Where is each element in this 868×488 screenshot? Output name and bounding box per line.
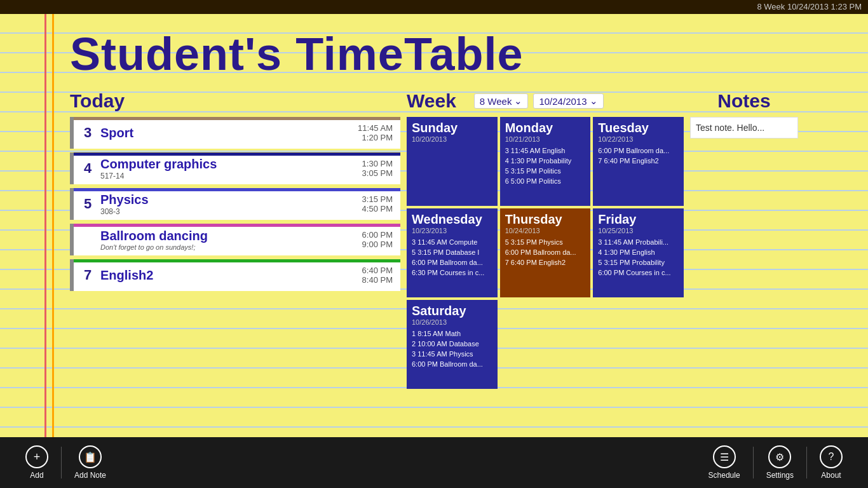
today-list-item[interactable]: 5Physics308-33:15 PM4:50 PM xyxy=(70,188,400,220)
week-selector-value: 8 Week xyxy=(480,96,512,107)
week-day-entry: 6:30 PM Courses in c... xyxy=(412,268,492,278)
topbar: 8 Week 10/24/2013 1:23 PM xyxy=(0,0,868,14)
today-item-number: 5 xyxy=(79,191,97,217)
week-day-entry: 1 8:15 AM Math xyxy=(412,329,492,339)
note-item[interactable]: Test note. Hello... xyxy=(690,117,798,139)
date-selector-value: 10/24/2013 xyxy=(539,96,587,107)
today-item-time: 3:15 PM4:50 PM xyxy=(362,191,395,217)
week-label: Week xyxy=(407,90,456,112)
content-area: Student's TimeTable Today 3Sport11:45 AM… xyxy=(0,14,868,437)
app-title: Student's TimeTable xyxy=(70,28,524,80)
week-day-cell[interactable]: Monday10/21/20133 11:45 AM English4 1:30… xyxy=(500,117,591,206)
today-item-time-end: 4:50 PM xyxy=(362,204,393,214)
week-day-name: Tuesday xyxy=(598,121,679,135)
columns-row: Today 3Sport11:45 AM1:20 PM4Computer gra… xyxy=(0,90,868,437)
week-header-row: Week 8 Week ⌄ 10/24/2013 ⌄ xyxy=(407,90,684,112)
week-day-entry: 6 5:00 PM Politics xyxy=(505,176,586,186)
week-day-entry: 6:00 PM Ballroom da... xyxy=(412,359,492,369)
add-note-label: Add Note xyxy=(74,471,106,480)
today-header: Today xyxy=(70,90,400,112)
week-day-date: 10/26/2013 xyxy=(412,318,492,326)
week-grid: Sunday10/20/2013Monday10/21/20133 11:45 … xyxy=(407,117,684,389)
today-item-time-end: 3:05 PM xyxy=(362,168,393,178)
week-day-entry: 5 3:15 PM Politics xyxy=(505,166,586,176)
week-day-date: 10/23/2013 xyxy=(412,227,492,234)
week-day-entry: 4 1:30 PM Probability xyxy=(505,156,586,166)
today-item-room: 517-14 xyxy=(100,172,358,180)
title-row: Student's TimeTable xyxy=(0,14,868,90)
add-label: Add xyxy=(30,471,43,480)
week-day-date: 10/21/2013 xyxy=(505,135,586,143)
week-day-cell[interactable]: Sunday10/20/2013 xyxy=(407,117,498,206)
today-item-time: 6:00 PM9:00 PM xyxy=(362,226,395,253)
today-item-time-start: 6:00 PM xyxy=(362,230,393,240)
week-selector[interactable]: 8 Week ⌄ xyxy=(474,93,529,109)
date-selector[interactable]: 10/24/2013 ⌄ xyxy=(533,93,603,109)
today-item-time: 11:45 AM1:20 PM xyxy=(358,119,395,146)
settings-label: Settings xyxy=(766,471,794,480)
today-item-body: Computer graphics517-14 xyxy=(97,155,362,182)
today-item-number: 3 xyxy=(79,119,97,146)
today-item-time-start: 6:40 PM xyxy=(362,266,393,275)
week-day-name: Saturday xyxy=(412,304,492,318)
today-column: Today 3Sport11:45 AM1:20 PM4Computer gra… xyxy=(70,90,400,437)
week-day-entry: 5 3:15 PM Database I xyxy=(412,247,492,257)
today-item-room: 308-3 xyxy=(100,207,358,216)
today-item-time: 6:40 PM8:40 PM xyxy=(362,262,395,288)
week-day-cell[interactable]: Wednesday10/23/20133 11:45 AM Compute5 3… xyxy=(407,208,498,297)
week-day-cell[interactable]: Friday10/25/20133 11:45 AM Probabili...4… xyxy=(593,208,684,297)
week-day-entry: 6:00 PM Ballroom da... xyxy=(598,146,679,156)
schedule-button[interactable]: ☰ Schedule xyxy=(696,437,753,488)
today-item-name: Computer graphics xyxy=(100,157,358,172)
week-day-entry: 5 3:15 PM Probability xyxy=(598,257,679,268)
about-label: About xyxy=(821,471,841,480)
schedule-label: Schedule xyxy=(709,471,740,480)
week-day-entry: 2 10:00 AM Database xyxy=(412,339,492,349)
week-column: Week 8 Week ⌄ 10/24/2013 ⌄ Sunday10/20/2… xyxy=(400,90,690,437)
week-day-entry: 5 3:15 PM Physics xyxy=(505,237,586,247)
add-note-icon: 📋 xyxy=(79,445,102,468)
week-day-cell[interactable]: Tuesday10/22/20136:00 PM Ballroom da...7… xyxy=(593,117,684,206)
week-day-date: 10/25/2013 xyxy=(598,227,679,234)
week-day-name: Sunday xyxy=(412,121,492,135)
today-item-time-start: 1:30 PM xyxy=(362,159,393,168)
today-list-item[interactable]: Ballroom dancingDon't forget to go on su… xyxy=(70,224,400,255)
today-list-item[interactable]: 4Computer graphics517-141:30 PM3:05 PM xyxy=(70,152,400,184)
week-day-date: 10/24/2013 xyxy=(505,227,586,234)
week-day-name: Thursday xyxy=(505,212,586,227)
today-item-time-start: 11:45 AM xyxy=(358,123,393,133)
today-item-number xyxy=(79,226,97,253)
today-list-item[interactable]: 7English26:40 PM8:40 PM xyxy=(70,259,400,291)
week-day-entry: 6:00 PM Ballroom da... xyxy=(412,257,492,268)
week-day-entry: 6:00 PM Ballroom da... xyxy=(505,247,586,257)
date-chevron-icon: ⌄ xyxy=(590,95,598,107)
today-item-time: 1:30 PM3:05 PM xyxy=(362,155,395,182)
week-day-entry: 6:00 PM Courses in c... xyxy=(598,268,679,278)
today-list-item[interactable]: 3Sport11:45 AM1:20 PM xyxy=(70,117,400,149)
add-icon: + xyxy=(25,445,48,468)
week-day-cell[interactable]: Saturday10/26/20131 8:15 AM Math2 10:00 … xyxy=(407,300,498,389)
week-day-cell[interactable]: Thursday10/24/20135 3:15 PM Physics6:00 … xyxy=(500,208,591,297)
about-icon: ? xyxy=(820,445,843,468)
week-day-entry: 3 11:45 AM Probabili... xyxy=(598,237,679,247)
settings-button[interactable]: ⚙ Settings xyxy=(754,437,806,488)
week-day-name: Wednesday xyxy=(412,212,492,227)
notes-header: Notes xyxy=(690,90,798,112)
today-item-number: 4 xyxy=(79,155,97,182)
week-day-date: 10/22/2013 xyxy=(598,135,679,143)
about-button[interactable]: ? About xyxy=(807,437,855,488)
notes-items-container: Test note. Hello... xyxy=(690,117,798,139)
week-day-entry: 7 6:40 PM English2 xyxy=(598,156,679,166)
week-day-name: Friday xyxy=(598,212,679,227)
week-day-date: 10/20/2013 xyxy=(412,135,492,143)
today-item-note: Don't forget to go on sundays!; xyxy=(100,243,358,251)
week-day-entry: 4 1:30 PM English xyxy=(598,247,679,257)
today-item-time-end: 9:00 PM xyxy=(362,240,393,249)
week-day-entry: 3 11:45 AM Physics xyxy=(412,349,492,359)
today-item-time-end: 8:40 PM xyxy=(362,275,393,285)
add-button[interactable]: + Add xyxy=(13,437,61,488)
schedule-icon: ☰ xyxy=(713,445,736,468)
add-note-button[interactable]: 📋 Add Note xyxy=(62,437,119,488)
today-item-body: Ballroom dancingDon't forget to go on su… xyxy=(97,226,362,253)
settings-icon: ⚙ xyxy=(768,445,791,468)
